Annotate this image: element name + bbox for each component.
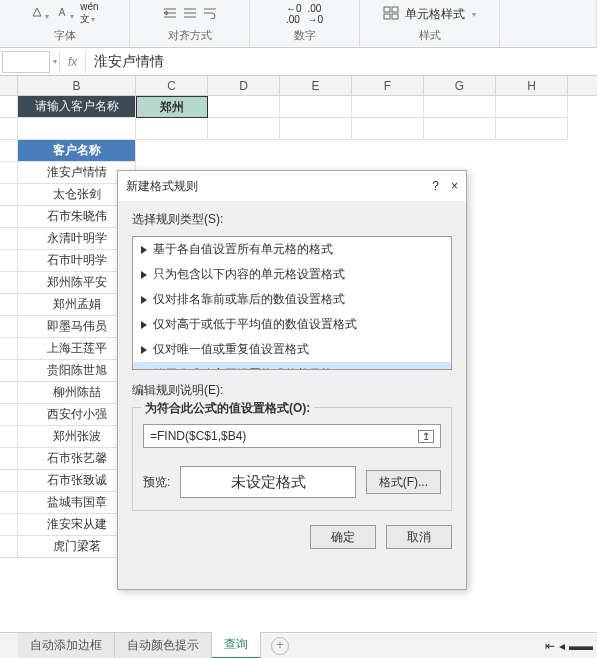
ribbon-group-label: 样式 bbox=[419, 26, 441, 45]
column-headers: B C D E F G H bbox=[0, 76, 597, 96]
triangle-icon bbox=[141, 321, 147, 329]
col-header[interactable]: D bbox=[208, 76, 280, 95]
svg-rect-3 bbox=[392, 14, 398, 19]
rule-type-option[interactable]: 仅对高于或低于平均值的数值设置格式 bbox=[133, 312, 451, 337]
triangle-icon bbox=[141, 246, 147, 254]
rule-type-option[interactable]: 只为包含以下内容的单元格设置格式 bbox=[133, 262, 451, 287]
col-header[interactable]: E bbox=[280, 76, 352, 95]
fill-color-icon[interactable]: ▾ bbox=[30, 5, 49, 22]
indent-decrease-icon[interactable] bbox=[163, 7, 177, 22]
ribbon-group-label: 字体 bbox=[54, 26, 76, 45]
customer-header: 客户名称 bbox=[18, 140, 136, 162]
rule-type-option[interactable]: 仅对排名靠前或靠后的数值设置格式 bbox=[133, 287, 451, 312]
select-rule-type-label: 选择规则类型(S): bbox=[132, 211, 452, 228]
sheet-tab[interactable]: 自动添加边框 bbox=[18, 633, 115, 658]
close-icon[interactable]: × bbox=[451, 179, 458, 193]
preview-label: 预览: bbox=[143, 474, 170, 491]
formula-value[interactable]: 淮安卢情情 bbox=[88, 53, 164, 71]
ribbon-group-label: 对齐方式 bbox=[168, 26, 212, 45]
increase-decimal-icon[interactable]: ←0.00 bbox=[286, 3, 302, 25]
sheet-tab[interactable]: 查询 bbox=[212, 632, 261, 658]
prompt-cell[interactable]: 请输入客户名称 bbox=[18, 96, 136, 118]
ok-button[interactable]: 确定 bbox=[310, 525, 376, 549]
triangle-icon bbox=[141, 346, 147, 354]
col-header[interactable] bbox=[0, 76, 18, 95]
add-sheet-icon[interactable]: + bbox=[271, 637, 289, 655]
cell-styles-button[interactable]: 单元格样式 bbox=[405, 6, 465, 23]
col-header[interactable]: B bbox=[18, 76, 136, 95]
scroll-first-icon[interactable]: ⇤ bbox=[545, 639, 555, 653]
sheet-tabs: 自动添加边框 自动颜色提示 查询 + ⇤ ◂ ▬▬ bbox=[0, 632, 597, 658]
svg-rect-1 bbox=[392, 7, 398, 12]
range-selector-icon[interactable]: ↥ bbox=[418, 430, 434, 443]
cell-styles-icon[interactable] bbox=[383, 6, 399, 23]
decrease-decimal-icon[interactable]: .00→0 bbox=[308, 3, 324, 25]
col-header[interactable]: C bbox=[136, 76, 208, 95]
col-header[interactable]: H bbox=[496, 76, 568, 95]
font-color-icon[interactable]: ▾ bbox=[55, 5, 74, 22]
name-box-dropdown-icon[interactable]: ▾ bbox=[53, 57, 57, 66]
svg-rect-2 bbox=[384, 14, 390, 19]
rule-type-option[interactable]: 使用公式确定要设置格式的单元格 bbox=[133, 362, 451, 370]
formula-legend: 为符合此公式的值设置格式(O): bbox=[145, 401, 310, 415]
new-format-rule-dialog: 新建格式规则 ? × 选择规则类型(S): 基于各自值设置所有单元格的格式 只为… bbox=[117, 170, 467, 590]
ribbon: ▾ ▾ wén文▾ 字体 对齐方式 ←0.00 .00→0 数字 单元格样式▾ … bbox=[0, 0, 597, 48]
help-icon[interactable]: ? bbox=[432, 179, 439, 193]
rule-type-option[interactable]: 仅对唯一值或重复值设置格式 bbox=[133, 337, 451, 362]
triangle-icon bbox=[141, 271, 147, 279]
name-box[interactable] bbox=[2, 51, 50, 73]
col-header[interactable]: F bbox=[352, 76, 424, 95]
ribbon-group-label: 数字 bbox=[294, 26, 316, 45]
dialog-title: 新建格式规则 bbox=[126, 178, 198, 195]
rule-type-option[interactable]: 基于各自值设置所有单元格的格式 bbox=[133, 237, 451, 262]
cancel-button[interactable]: 取消 bbox=[386, 525, 452, 549]
preview-box: 未设定格式 bbox=[180, 466, 355, 498]
col-header[interactable]: G bbox=[424, 76, 496, 95]
wrap-text-icon[interactable] bbox=[203, 7, 217, 22]
rule-type-list[interactable]: 基于各自值设置所有单元格的格式 只为包含以下内容的单元格设置格式 仅对排名靠前或… bbox=[132, 236, 452, 370]
edit-rule-label: 编辑规则说明(E): bbox=[132, 382, 452, 399]
formula-group: 为符合此公式的值设置格式(O): =FIND($C$1,$B4) ↥ 预览: 未… bbox=[132, 407, 452, 511]
formula-bar: ▾ fx 淮安卢情情 bbox=[0, 48, 597, 76]
scroll-left-icon[interactable]: ◂ bbox=[559, 639, 565, 653]
format-button[interactable]: 格式(F)... bbox=[366, 470, 441, 494]
scroll-handle-icon[interactable]: ▬▬ bbox=[569, 639, 593, 653]
phonetic-icon[interactable]: wén文▾ bbox=[80, 1, 98, 26]
fx-icon[interactable]: fx bbox=[62, 55, 83, 69]
svg-rect-0 bbox=[384, 7, 390, 12]
sheet-tab[interactable]: 自动颜色提示 bbox=[115, 633, 212, 658]
indent-increase-icon[interactable] bbox=[183, 7, 197, 22]
active-cell[interactable]: 郑州 bbox=[136, 96, 208, 118]
formula-input[interactable]: =FIND($C$1,$B4) ↥ bbox=[143, 424, 441, 448]
triangle-icon bbox=[141, 296, 147, 304]
